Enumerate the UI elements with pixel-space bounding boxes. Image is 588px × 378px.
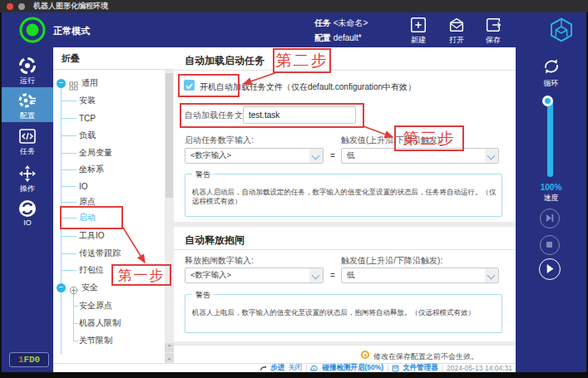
tree-trunk-line [61, 83, 62, 355]
loop-icon[interactable] [541, 56, 562, 77]
tree-safety-line [73, 292, 74, 341]
save-icon [477, 16, 510, 34]
task-row: 任务 <未命名> [314, 17, 368, 29]
tree-stub [61, 118, 77, 119]
app-window: 机器人图形化编程环境 正常模式 任务 <未命名> 配置 default* 新建 [0, 0, 588, 378]
tree-node-global-vars[interactable]: 全局变量 [79, 146, 112, 160]
badge-rest: FD0 [23, 355, 40, 365]
brake-digital-input-label: 释放抱闸数字输入: [185, 255, 254, 267]
stop-button[interactable] [540, 235, 560, 255]
tree-scrollbar[interactable]: ⌃ ⌄ [165, 70, 174, 363]
warning-title: 警告 [192, 290, 214, 301]
chevron-down-icon [485, 268, 498, 282]
warning-box: 警告 机器人上电后，数字输入的值变化至设置的状态后，抱闸将自动释放。（仅远程模式… [185, 294, 502, 333]
title-bar: 机器人图形化编程环境 [0, 0, 588, 12]
tree-node-safety[interactable]: − 安全 [57, 281, 98, 294]
notice-bar: 修改在保存配置之前不会生效。 [174, 345, 516, 363]
tree-node-coordinate[interactable]: 坐标系 [79, 163, 104, 176]
equals-sign: = [330, 151, 335, 160]
speed-slider-track[interactable] [547, 101, 553, 177]
tree-node-home[interactable]: 原点 [79, 195, 96, 209]
play-icon [540, 259, 559, 278]
collapse-header[interactable]: 折叠 [62, 52, 80, 65]
tree-node-general[interactable]: − 通用 [57, 76, 98, 90]
config-tree-panel: 折叠 − 通用 安装 TCP 负载 全局变量 坐标系 IO 原点 启动 [53, 47, 174, 363]
chevron-down-icon [485, 149, 498, 163]
right-control-panel: 循环 100% 速度 [516, 47, 586, 372]
tree-node-tool-io[interactable]: 工具IO [79, 229, 105, 243]
notice-text: 修改在保存配置之前不会生效。 [373, 351, 478, 362]
tree-node-tcp[interactable]: TCP [79, 111, 96, 125]
step-forward-button[interactable] [540, 209, 560, 228]
nav-item-config[interactable]: 配置 [2, 87, 53, 122]
new-button[interactable]: 新建 [402, 16, 435, 46]
tree-stub [61, 202, 77, 203]
tree-label-active: 启动 [79, 212, 96, 223]
tree-node-io[interactable]: IO [79, 179, 88, 193]
tree-label: 通用 [82, 77, 98, 89]
nav-item-io[interactable]: IO [2, 197, 53, 230]
scroll-down-icon[interactable]: ⌄ [165, 353, 174, 362]
trigger-value: 低 [342, 270, 485, 281]
nav-operate-label: 操作 [2, 184, 53, 194]
new-file-icon [402, 16, 435, 34]
tree-label: 关节限制 [79, 335, 112, 346]
config-row: 配置 default* [314, 32, 362, 44]
collapse-minus-icon[interactable]: − [57, 283, 66, 292]
minimize-window-icon[interactable] [18, 3, 25, 10]
separator: | [387, 364, 388, 372]
tree-scrollbar-thumb[interactable] [166, 73, 173, 198]
tree-label: 安装 [79, 95, 96, 106]
brake-digital-input-dropdown[interactable]: <数字输入> [185, 268, 324, 283]
tree-stub [61, 101, 77, 101]
digital-input-value: <数字输入> [185, 150, 309, 161]
tree-node-startup[interactable]: 启动 [79, 211, 96, 224]
scroll-up-icon[interactable]: ⌃ [165, 343, 174, 352]
autoload-checkbox[interactable] [184, 80, 195, 91]
save-button[interactable]: 保存 [477, 16, 510, 46]
safety-target-icon [69, 283, 78, 292]
loop-label: 循环 [516, 78, 586, 89]
open-envelope-icon [440, 16, 473, 34]
tree-node-safety-home[interactable]: 安全原点 [79, 299, 112, 312]
tree-node-install[interactable]: 安装 [79, 94, 96, 107]
brand-logo-icon [548, 17, 575, 43]
speed-label: 速度 [516, 193, 586, 204]
tree-node-robot-limit[interactable]: 机器人限制 [79, 317, 121, 330]
mode-label: 正常模式 [53, 25, 90, 37]
tree-stub [73, 341, 78, 341]
startup-digital-input-label: 启动任务数字输入: [185, 135, 254, 146]
autoload-checkbox-label: 开机自动加载任务文件（仅在default.configuration中有效） [200, 81, 416, 93]
trigger-value-dropdown[interactable]: 低 [341, 148, 499, 164]
nav-config-label: 配置 [2, 110, 53, 121]
stop-icon [541, 236, 558, 253]
tree-label: 全局变量 [79, 147, 112, 159]
warning-title: 警告 [192, 169, 214, 180]
trigger-label: 触发值(上升沿/下降沿触发): [341, 255, 442, 267]
tree-label: TCP [79, 114, 96, 123]
speed-slider-knob[interactable] [542, 96, 553, 106]
config-label: 配置 [314, 33, 331, 42]
tree-node-pack-pos[interactable]: 打包位 [79, 263, 104, 277]
close-window-icon[interactable] [7, 3, 13, 10]
tree-node-joint-limit[interactable]: 关节限制 [79, 334, 112, 347]
step-mode-icon [259, 365, 267, 372]
tree-label: 传送带跟踪 [79, 248, 121, 259]
left-nav: 运行 配置 任务 操作 IO 1FD0 [2, 47, 53, 372]
tree-label: 坐标系 [79, 164, 104, 175]
chevron-down-icon [309, 149, 323, 163]
nav-item-task[interactable]: 任务 [2, 125, 53, 158]
collapse-minus-icon[interactable]: − [57, 79, 66, 88]
tree-node-payload[interactable]: 负载 [79, 129, 96, 142]
grid-icon [69, 79, 78, 88]
digital-input-dropdown[interactable]: <数字输入> [185, 148, 324, 164]
brake-trigger-dropdown[interactable]: 低 [341, 268, 499, 283]
tree-node-conveyor[interactable]: 传送带跟踪 [79, 247, 121, 260]
play-button[interactable] [539, 258, 561, 280]
task-file-input[interactable] [243, 106, 356, 124]
open-button[interactable]: 打开 [440, 16, 473, 46]
tree-label: 安全原点 [79, 300, 112, 312]
nav-item-run[interactable]: 运行 [2, 54, 53, 87]
nav-item-operate[interactable]: 操作 [2, 162, 53, 195]
section-divider [174, 249, 516, 250]
